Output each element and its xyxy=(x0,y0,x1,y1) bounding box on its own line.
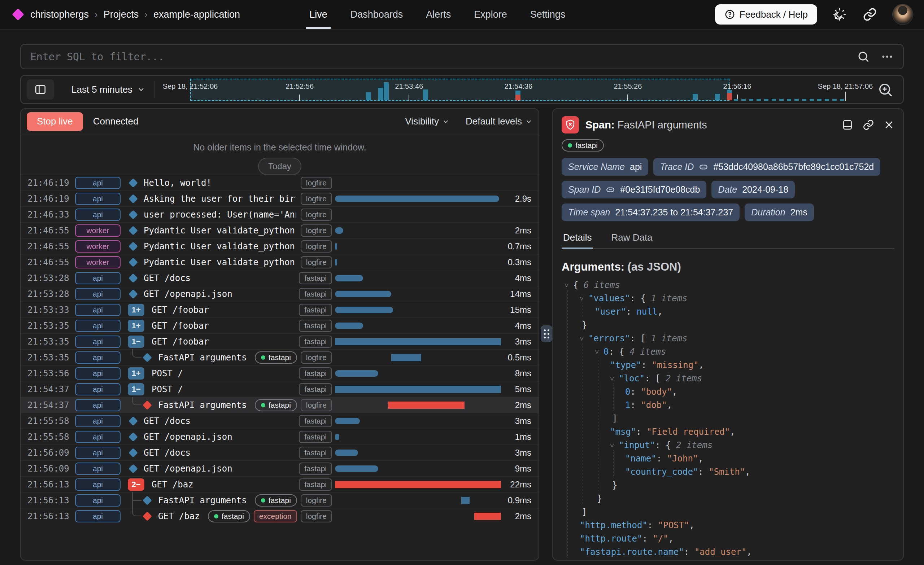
children-count-badge[interactable]: 1+ xyxy=(128,318,148,333)
time-range-dropdown[interactable]: Last 5 minutes xyxy=(72,76,146,103)
today-button[interactable]: Today xyxy=(258,158,302,175)
stop-live-button[interactable]: Stop live xyxy=(27,112,83,131)
json-line[interactable]: } xyxy=(562,492,894,505)
json-line[interactable]: "country_code": "Smith", xyxy=(562,465,894,479)
breadcrumb-item[interactable]: Projects xyxy=(104,9,139,20)
children-count-badge[interactable]: 2− xyxy=(128,477,148,492)
json-line[interactable]: } xyxy=(562,479,894,492)
timeline-selection[interactable] xyxy=(190,79,729,101)
badge-expand[interactable]: 1+ xyxy=(128,320,144,332)
badge-collapse[interactable]: 2− xyxy=(128,478,144,491)
trace-row[interactable]: 21:46:55workerPydantic User validate_pyt… xyxy=(21,222,538,238)
collapse-chevron-icon[interactable]: ˅ xyxy=(595,346,603,359)
link-icon[interactable] xyxy=(606,185,615,195)
trace-row[interactable]: 21:55:58apiGET /docsfastapi3ms xyxy=(21,413,538,429)
user-avatar[interactable] xyxy=(892,4,913,25)
trace-row[interactable]: 21:56:13apiGET /baz (fofastapiexceptionl… xyxy=(21,508,538,524)
theme-toggle-icon[interactable] xyxy=(832,6,848,22)
children-count-badge[interactable]: 1− xyxy=(128,381,148,397)
breadcrumb-item[interactable]: christophergs xyxy=(30,9,89,20)
trace-row[interactable]: 21:56:09apiGET /openapi.jsonfastapi9ms xyxy=(21,460,538,476)
copy-link-icon[interactable] xyxy=(862,119,874,130)
children-count-badge[interactable]: 1+ xyxy=(128,366,148,381)
json-line[interactable]: ˅"input": { 2 items xyxy=(562,439,894,452)
collapse-chevron-icon[interactable]: ˅ xyxy=(580,332,588,346)
json-line[interactable]: ˅"errors": [ 1 items xyxy=(562,332,894,345)
json-line[interactable]: "fastapi.route.name": "add_user", xyxy=(562,546,894,559)
row-message: GET /openapi.json xyxy=(144,289,294,299)
breadcrumb-item[interactable]: example-application xyxy=(153,9,240,20)
collapse-chevron-icon[interactable]: ˅ xyxy=(564,279,573,292)
trace-row[interactable]: 21:54:37api1−POST /fastapi5ms xyxy=(21,381,538,397)
json-line[interactable]: "http.method": "POST", xyxy=(562,519,894,532)
trace-row[interactable]: 21:46:19apiAsking the user for their bir… xyxy=(21,190,538,206)
close-icon[interactable] xyxy=(884,120,894,130)
trace-row[interactable]: 21:53:28apiGET /docsfastapi4ms xyxy=(21,270,538,286)
nav-tab-settings[interactable]: Settings xyxy=(519,0,577,29)
json-line[interactable]: "user": null, xyxy=(562,305,894,319)
trace-row[interactable]: 21:56:13api2−GET /bazfastapi22ms xyxy=(21,476,538,492)
collapse-chevron-icon[interactable]: ˅ xyxy=(580,292,588,306)
fastapi-tag-pill[interactable]: fastapi xyxy=(562,139,604,151)
trace-row[interactable]: 21:55:58apiGET /openapi.jsonfastapi1ms xyxy=(21,429,538,445)
timeline-zoom-button[interactable] xyxy=(877,81,894,98)
trace-row[interactable]: 21:46:55workerPydantic User validate_pyt… xyxy=(21,238,538,254)
trace-row[interactable]: 21:46:55workerPydantic User validate_pyt… xyxy=(21,254,538,270)
json-line[interactable]: "type": "missing", xyxy=(562,359,894,372)
more-options-icon[interactable] xyxy=(880,50,894,63)
json-line[interactable]: ˅"loc": [ 2 items xyxy=(562,372,894,385)
trace-row[interactable]: 21:53:33api1+GET /foobarfastapi15ms xyxy=(21,302,538,318)
span-title-prefix: Span: xyxy=(585,119,615,130)
chevron-down-icon xyxy=(442,118,450,126)
trace-row[interactable]: 21:56:13apiFastAPI argumentsfastapilogfi… xyxy=(21,492,538,508)
default-levels-dropdown[interactable]: Default levels xyxy=(466,116,533,127)
trace-row[interactable]: 21:56:09apiGET /docsfastapi3ms xyxy=(21,445,538,460)
nav-tab-dashboards[interactable]: Dashboards xyxy=(339,0,415,29)
json-line[interactable]: ] xyxy=(562,505,894,519)
visibility-dropdown[interactable]: Visibility xyxy=(405,116,449,127)
json-line[interactable]: "http.route": "/", xyxy=(562,532,894,546)
trace-row[interactable]: 21:53:35api1−GET /foobarfastapi3ms xyxy=(21,333,538,349)
nav-tab-explore[interactable]: Explore xyxy=(462,0,519,29)
json-line[interactable]: } xyxy=(562,319,894,332)
panel-layout-icon[interactable] xyxy=(842,119,853,130)
json-line[interactable]: ˅{ 6 items xyxy=(562,279,894,292)
children-count-badge[interactable]: 1+ xyxy=(128,302,148,318)
duration-bar xyxy=(335,196,499,202)
trace-row[interactable]: 21:53:28apiGET /openapi.jsonfastapi14ms xyxy=(21,286,538,302)
nav-tab-alerts[interactable]: Alerts xyxy=(414,0,462,29)
json-line[interactable]: ] xyxy=(562,412,894,426)
badge-collapse[interactable]: 1− xyxy=(128,383,144,396)
json-line[interactable]: 1: "dob", xyxy=(562,399,894,412)
search-icon[interactable] xyxy=(857,50,870,63)
children-count-badge[interactable]: 1− xyxy=(128,334,148,349)
tab-details[interactable]: Details xyxy=(562,230,593,248)
json-line[interactable]: ˅"values": { 1 items xyxy=(562,292,894,305)
trace-row[interactable]: 21:54:37apiFastAPI argumentsfastapilogfi… xyxy=(21,397,538,413)
panel-resize-handle[interactable] xyxy=(541,325,552,342)
timeline-start-label: Sep 18, 21:52:06 xyxy=(163,82,218,91)
json-line[interactable]: ˅0: { 4 items xyxy=(562,345,894,359)
collapse-chevron-icon[interactable]: ˅ xyxy=(610,372,619,386)
trace-row[interactable]: 21:53:35api1+GET /foobarfastapi4ms xyxy=(21,318,538,333)
trace-row[interactable]: 21:46:33apiuser processed: User(name='An… xyxy=(21,206,538,222)
badge-expand[interactable]: 1+ xyxy=(128,367,144,379)
timeline-histogram[interactable]: Sep 18, 21:52:06Sep 18, 21:57:0621:52:56… xyxy=(190,79,845,101)
json-line[interactable]: "name": "John", xyxy=(562,452,894,465)
trace-row[interactable]: 21:53:35apiFastAPI argumentsfastapilogfi… xyxy=(21,349,538,365)
json-line[interactable]: "msg": "Field required", xyxy=(562,426,894,439)
share-link-icon[interactable] xyxy=(862,6,878,22)
feedback-help-button[interactable]: Feedback / Help xyxy=(715,4,817,24)
sql-filter-bar[interactable]: Enter SQL to filter... xyxy=(20,44,904,69)
sidebar-toggle-button[interactable] xyxy=(27,79,54,100)
trace-row[interactable]: 21:53:56api1+POST /fastapi8ms xyxy=(21,365,538,381)
tab-raw-data[interactable]: Raw Data xyxy=(610,230,654,248)
collapse-chevron-icon[interactable]: ˅ xyxy=(610,439,619,453)
logfire-logo-icon[interactable] xyxy=(12,8,24,21)
trace-row[interactable]: 21:46:19apiHello, world!logfire xyxy=(21,175,538,190)
link-icon[interactable] xyxy=(699,162,708,172)
badge-expand[interactable]: 1+ xyxy=(128,304,144,316)
json-line[interactable]: 0: "body", xyxy=(562,385,894,399)
nav-tab-live[interactable]: Live xyxy=(298,0,339,29)
badge-collapse[interactable]: 1− xyxy=(128,336,144,348)
